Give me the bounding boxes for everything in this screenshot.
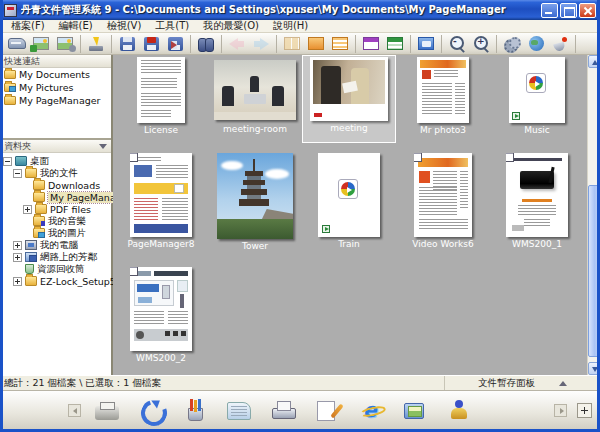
thumbnail-wms200-2[interactable]: WMS200_2	[115, 267, 207, 363]
tree-item-downloads[interactable]: Downloads	[0, 179, 111, 191]
thumbnail-wms200-1[interactable]: WMS200_1	[491, 153, 583, 249]
search-button[interactable]	[194, 34, 218, 54]
stationery-icon[interactable]	[183, 399, 207, 421]
document-window-button[interactable]	[359, 34, 383, 54]
menu-tools[interactable]: 工具(T)	[148, 19, 196, 33]
stamp-button[interactable]	[84, 34, 108, 54]
menu-help[interactable]: 說明(H)	[266, 19, 315, 33]
tree-item-ez-lock[interactable]: EZ-Lock_Setup577_tw	[0, 275, 111, 287]
folder-picture-icon	[33, 228, 45, 238]
chevron-up-icon[interactable]	[559, 381, 567, 386]
dock-scroll-left-button[interactable]	[68, 404, 81, 417]
quicklink-my-documents[interactable]: My Documents	[0, 68, 111, 81]
save-as-button[interactable]	[163, 34, 187, 54]
toolbar-separator	[80, 35, 81, 53]
zoom-out-button[interactable]: -	[445, 34, 469, 54]
notepad-icon[interactable]	[227, 402, 251, 420]
tree-item-pdf-files[interactable]: PDF files	[0, 203, 111, 215]
folders-header[interactable]: 資料夾	[0, 140, 111, 153]
zoom-in-button[interactable]: +	[469, 34, 493, 54]
dock-scroll-right-button[interactable]	[554, 404, 567, 417]
collapse-expander[interactable]	[13, 169, 22, 178]
thumbnail-mr-photo3[interactable]: Mr photo3	[397, 57, 489, 135]
tree-item-desktop[interactable]: 桌面	[0, 155, 111, 167]
minimize-button[interactable]	[541, 3, 558, 18]
document-thumbnail	[137, 57, 185, 123]
folder-music-icon	[33, 216, 45, 226]
contact-share-icon[interactable]	[447, 399, 471, 421]
save-pdf-button[interactable]	[139, 34, 163, 54]
save-button[interactable]	[115, 34, 139, 54]
tree-item-my-documents[interactable]: 我的文件	[0, 167, 111, 179]
quicklink-label: My Pictures	[19, 82, 73, 93]
thumbnail-music[interactable]: Music	[491, 57, 583, 135]
list-view-icon	[332, 37, 348, 50]
toolbar-separator	[111, 35, 112, 53]
title-bar[interactable]: 丹青文件管理系統 9 - C:\Documents and Settings\x…	[0, 0, 600, 20]
collapse-expander[interactable]	[3, 157, 12, 166]
thumbnail-train[interactable]: Train	[303, 153, 395, 249]
thumbnail-pagemanager8[interactable]: PageManager8	[115, 153, 207, 249]
thumbnail-meeting-room[interactable]: meeting-room	[209, 57, 301, 134]
rotate-left-button[interactable]	[225, 34, 249, 54]
photo-share-icon[interactable]	[403, 399, 427, 421]
globe-icon	[529, 36, 544, 51]
menu-favorites[interactable]: 我的最愛(O)	[196, 19, 266, 33]
printer-icon[interactable]	[271, 399, 295, 421]
menu-file[interactable]: 檔案(F)	[4, 19, 52, 33]
internet-explorer-icon[interactable]	[359, 399, 383, 421]
window-title: 丹青文件管理系統 9 - C:\Documents and Settings\x…	[21, 3, 541, 17]
expand-expander[interactable]	[23, 205, 32, 214]
scrollbar-thumb[interactable]	[588, 185, 600, 357]
sync-icon[interactable]	[139, 399, 163, 421]
thumbnail-label: meeting-room	[209, 124, 301, 134]
tree-item-recycle-bin[interactable]: 資源回收筒	[0, 263, 111, 275]
thumbnail-meeting[interactable]: meeting	[303, 57, 395, 133]
scan-button[interactable]	[5, 34, 29, 54]
thumbnail-license[interactable]: License	[115, 57, 207, 135]
thumbnail-pane: License meeting-room meeting	[113, 55, 588, 375]
multipage-badge-icon	[414, 153, 422, 162]
list-view-button[interactable]	[328, 34, 352, 54]
text-view-button[interactable]	[383, 34, 407, 54]
rotate-left-icon	[229, 38, 245, 50]
web-button[interactable]	[524, 34, 548, 54]
expand-expander[interactable]	[13, 253, 22, 262]
note-editor-icon[interactable]	[315, 399, 339, 421]
status-tray-label: 文件暫存面板	[478, 377, 535, 390]
save-as-icon	[168, 37, 183, 51]
expand-expander[interactable]	[13, 277, 22, 286]
menu-edit[interactable]: 編輯(E)	[52, 19, 100, 33]
thumbnail-view-button[interactable]	[280, 34, 304, 54]
menu-view[interactable]: 檢視(V)	[100, 19, 149, 33]
close-button[interactable]	[579, 3, 596, 18]
maximize-button[interactable]	[560, 3, 577, 18]
desktop-icon	[15, 156, 27, 166]
rotate-right-button[interactable]	[249, 34, 273, 54]
fax-icon[interactable]	[95, 406, 119, 420]
image-settings-button[interactable]	[53, 34, 77, 54]
thumbnail-tower[interactable]: Tower	[209, 153, 301, 251]
page-view-button[interactable]	[304, 34, 328, 54]
slideshow-button[interactable]	[414, 34, 438, 54]
tree-item-my-computer[interactable]: 我的電腦	[0, 239, 111, 251]
tree-item-my-pagemanager[interactable]: My PageManager	[0, 191, 111, 203]
scroll-down-button[interactable]	[588, 362, 600, 375]
scroll-up-button[interactable]	[588, 55, 600, 68]
settings-button[interactable]	[500, 34, 524, 54]
vertical-scrollbar[interactable]	[587, 55, 600, 375]
remote-scan-button[interactable]	[548, 34, 572, 54]
thumbnail-video-works6[interactable]: Video Works6	[397, 153, 489, 249]
recycle-bin-icon	[25, 264, 34, 274]
tree-item-my-music[interactable]: 我的音樂	[0, 215, 111, 227]
quicklink-my-pagemanager[interactable]: My PageManager	[0, 94, 111, 107]
quicklink-my-pictures[interactable]: My Pictures	[0, 81, 111, 94]
tree-item-network[interactable]: 網路上的芳鄰	[0, 251, 111, 263]
image-import-button[interactable]	[29, 34, 53, 54]
expand-expander[interactable]	[13, 241, 22, 250]
multipage-badge-icon	[130, 267, 138, 276]
dock-add-button[interactable]	[577, 403, 592, 418]
thumbnail-label: Video Works6	[397, 239, 489, 249]
tree-item-my-pictures[interactable]: 我的圖片	[0, 227, 111, 239]
multipage-badge-icon	[130, 153, 138, 162]
